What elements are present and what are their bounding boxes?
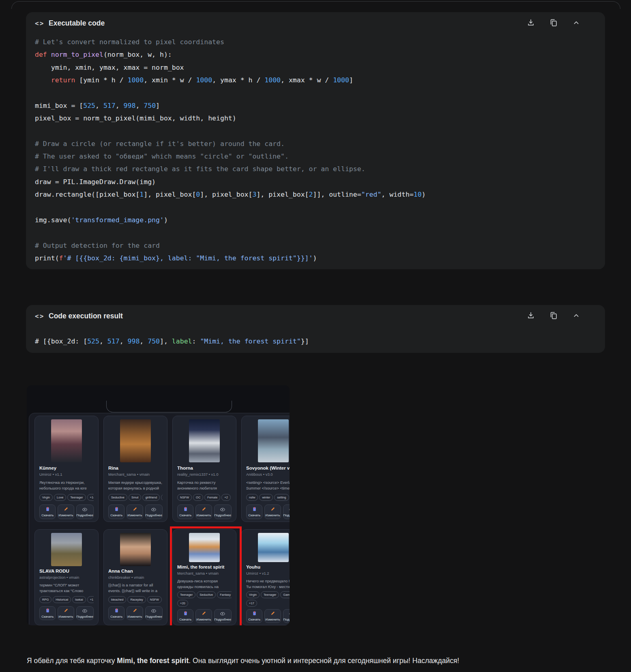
collapse-button[interactable] [572, 311, 581, 320]
character-name: SLAVA RODU [39, 569, 94, 574]
tag-chip: OC [193, 494, 203, 501]
copy-button[interactable] [549, 311, 558, 320]
card-download-button: Скачать [177, 609, 193, 623]
character-card: SLAVA RODUastralprojection • vmainтермин… [34, 529, 99, 625]
card-button-label: Изменить [265, 513, 280, 517]
card-action-row: СкачатьИзменитьПодробнее [39, 505, 94, 519]
tag-chip-row: nsfwwintersetting [246, 494, 290, 501]
card-button-label: Изменить [265, 618, 280, 621]
card-action-row: СкачатьИзменитьПодробнее [246, 609, 290, 623]
code-block-title: Executable code [49, 19, 105, 28]
tag-chip: winter [259, 494, 273, 501]
tag-chip: +17 [246, 600, 257, 607]
tag-chip: +2 [221, 494, 231, 501]
card-button-label: Скачать [41, 513, 54, 517]
download-button[interactable] [526, 18, 535, 27]
download-icon [526, 18, 535, 27]
eye-icon [82, 507, 87, 513]
code-line: def norm_to_pixel(norm_box, w, h): [35, 48, 426, 61]
card-download-button: Скачать [246, 505, 262, 519]
chevron-up-icon [572, 311, 581, 320]
card-button-label: Изменить [127, 513, 142, 517]
card-button-label: Подробнее [146, 615, 163, 618]
download-icon [45, 608, 50, 614]
tag-chip-row: +20 [177, 600, 232, 607]
card-grid-row: KünneyUmiroz • v1.1Якутяночка из Нерюнгр… [34, 416, 290, 522]
assistant-message: Я обвёл для тебя карточку Mimi, the fore… [27, 655, 611, 666]
character-thumbnail [189, 419, 220, 462]
code-line: # Output detection for the card [35, 239, 426, 252]
tag-chip: Historical [53, 596, 71, 603]
character-card: YouhuUmiroz • v1.2Ничего не предвещало б… [241, 529, 290, 625]
card-eye-button: Подробнее [283, 609, 290, 623]
tag-chip: Virgin [39, 494, 53, 501]
copy-button[interactable] [549, 18, 558, 27]
card-action-row: СкачатьИзменитьПодробнее [177, 505, 232, 519]
download-icon [114, 608, 119, 614]
chevron-up-icon [572, 18, 581, 27]
card-pencil-button: Изменить [264, 505, 281, 519]
code-line: img.save('transformed_image.png') [35, 214, 426, 226]
eye-icon [220, 611, 225, 617]
tag-chip: +20 [177, 600, 188, 607]
python-code: # Let's convert normalized to pixel coor… [35, 36, 426, 264]
card-pencil-button: Изменить [58, 606, 74, 620]
character-thumbnail [189, 533, 220, 562]
executable-code-block: <> Executable code # Let's convert norma… [26, 12, 605, 269]
tag-chip-row: bleachedRaceplayNSFW+10 [108, 596, 163, 603]
card-eye-button: Подробнее [283, 505, 290, 519]
tag-chip: Virgin [246, 591, 260, 598]
card-button-label: Изменить [196, 513, 211, 517]
character-thumbnail [258, 533, 289, 562]
download-icon [183, 507, 188, 513]
code-line: ymin, xmin, ymax, xmax = norm_box [35, 61, 426, 74]
card-button-label: Подробнее [77, 615, 94, 618]
tag-chip: Seductive [197, 591, 216, 598]
collapse-button[interactable] [572, 18, 581, 27]
character-card: KünneyUmiroz • v1.1Якутяночка из Нерюнгр… [34, 416, 99, 522]
pencil-icon [133, 507, 137, 513]
copy-icon [549, 18, 558, 27]
card-action-row: СкачатьИзменитьПодробнее [39, 606, 94, 620]
eye-icon [289, 507, 290, 513]
card-pencil-button: Изменить [195, 505, 212, 519]
tag-chip: Seductive [108, 494, 127, 501]
pencil-icon [270, 611, 275, 617]
character-name: Thorna [177, 466, 232, 471]
character-author: chinkbreaker • vmain [108, 575, 163, 580]
card-button-label: Изменить [58, 513, 73, 517]
card-button-label: Подробнее [77, 513, 94, 517]
character-name: Mimi, the forest spirit [177, 565, 232, 570]
character-author: reality_remix1337 • v1.0 [177, 472, 232, 477]
tag-chip: NSFW [147, 596, 162, 603]
tag-chip: Isekai [72, 596, 86, 603]
character-card: Sovyonok (Winter ver.)Anitibous • v3.0<s… [241, 416, 290, 522]
card-button-label: Скачать [179, 513, 191, 517]
code-line: return [ymin * h / 1000, xmin * w / 1000… [35, 74, 426, 86]
eye-icon [151, 608, 156, 614]
tag-chip-row: SeductiveSmutgirlfriend+15 [108, 494, 163, 501]
eye-icon [220, 507, 225, 513]
tag-chip-row: NSFWOCFemale+2 [177, 494, 232, 501]
pencil-icon [64, 608, 68, 614]
transformed-image-attachment[interactable]: KünneyUmiroz • v1.1Якутяночка из Нерюнгр… [27, 385, 290, 625]
card-action-row: СкачатьИзменитьПодробнее [108, 606, 163, 620]
card-download-button: Скачать [177, 505, 193, 519]
code-icon: <> [35, 312, 44, 320]
card-button-label: Подробнее [215, 513, 232, 517]
execution-result-block: <> Code execution result # [{box_2d: [52… [26, 305, 605, 353]
eye-icon [151, 507, 156, 513]
character-author: Anitibous • v3.0 [246, 472, 290, 477]
character-card: Mimi, the forest spiritMerchant_sama • v… [172, 529, 236, 625]
card-button-label: Подробнее [215, 618, 232, 621]
card-pencil-button: Изменить [127, 606, 143, 620]
character-name: Künney [39, 466, 94, 471]
character-description: Ничего не предвещало беды. Ты помогал Юх… [246, 578, 290, 590]
character-description: Якутяночка из Нерюнгри, небольшого город… [39, 480, 94, 491]
download-button[interactable] [526, 311, 535, 320]
search-bar-remnant [106, 401, 232, 412]
character-thumbnail [51, 533, 82, 566]
tag-chip-row: VirginLoveTeenager+14 [39, 494, 94, 501]
card-button-label: Подробнее [283, 618, 290, 621]
tag-chip: Raceplay [127, 596, 146, 603]
